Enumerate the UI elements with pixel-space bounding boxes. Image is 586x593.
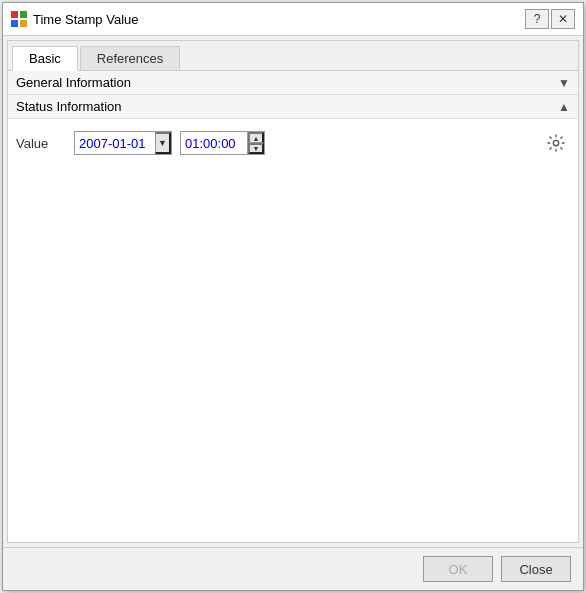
content-area: Basic References General Information ▼ S… bbox=[7, 40, 579, 543]
sections: General Information ▼ Status Information… bbox=[8, 71, 578, 307]
value-label: Value bbox=[16, 136, 66, 151]
gear-button[interactable] bbox=[542, 129, 570, 157]
gear-icon bbox=[547, 134, 565, 152]
ok-button[interactable]: OK bbox=[423, 556, 493, 582]
general-information-chevron: ▼ bbox=[558, 76, 570, 90]
title-text: Time Stamp Value bbox=[33, 12, 519, 27]
title-bar: Time Stamp Value ? ✕ bbox=[3, 3, 583, 36]
tabs-bar: Basic References bbox=[8, 41, 578, 71]
close-title-button[interactable]: ✕ bbox=[551, 9, 575, 29]
content-spacer bbox=[8, 307, 578, 543]
time-input-wrapper: ▲ ▼ bbox=[180, 131, 265, 155]
status-information-body: Value ▼ ▲ ▼ bbox=[8, 119, 578, 167]
value-row: Value ▼ ▲ ▼ bbox=[16, 125, 570, 161]
date-input-wrapper: ▼ bbox=[74, 131, 172, 155]
svg-rect-2 bbox=[11, 20, 18, 27]
status-information-chevron: ▲ bbox=[558, 100, 570, 114]
time-spin-up[interactable]: ▲ bbox=[248, 132, 264, 143]
date-dropdown-button[interactable]: ▼ bbox=[155, 132, 171, 154]
dialog: Time Stamp Value ? ✕ Basic References Ge… bbox=[2, 2, 584, 591]
app-icon bbox=[11, 11, 27, 27]
time-spin-buttons: ▲ ▼ bbox=[247, 132, 264, 154]
tab-basic[interactable]: Basic bbox=[12, 46, 78, 71]
status-information-header[interactable]: Status Information ▲ bbox=[8, 95, 578, 119]
svg-rect-3 bbox=[20, 20, 27, 27]
footer: OK Close bbox=[3, 547, 583, 590]
title-buttons: ? ✕ bbox=[525, 9, 575, 29]
tab-references[interactable]: References bbox=[80, 46, 180, 71]
general-information-header[interactable]: General Information ▼ bbox=[8, 71, 578, 95]
date-input[interactable] bbox=[75, 134, 155, 153]
time-spin-down[interactable]: ▼ bbox=[248, 143, 264, 154]
svg-rect-1 bbox=[20, 11, 27, 18]
time-input[interactable] bbox=[181, 134, 247, 153]
close-button[interactable]: Close bbox=[501, 556, 571, 582]
svg-rect-0 bbox=[11, 11, 18, 18]
help-button[interactable]: ? bbox=[525, 9, 549, 29]
